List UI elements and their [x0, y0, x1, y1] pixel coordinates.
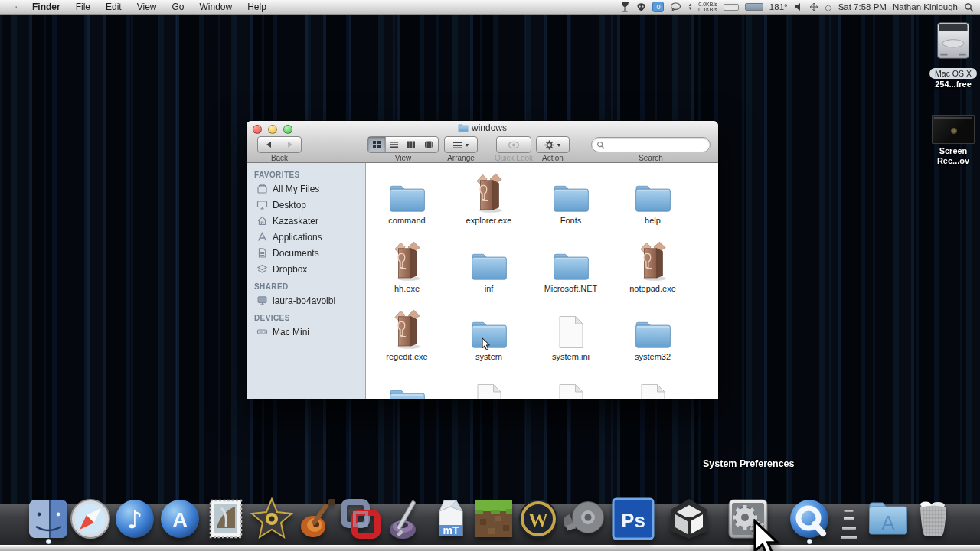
arrange-button[interactable]: ▼ [444, 136, 478, 153]
apple-menu[interactable] [8, 1, 24, 13]
file-hh-exe[interactable]: hh.exe [366, 240, 448, 308]
chat-bubble-icon[interactable] [670, 2, 681, 11]
sidebar-item-shared-computer[interactable]: laura-bo4avolbl [247, 292, 365, 308]
desktop-icon-macosx-drive[interactable]: Mac OS X 254...free [928, 20, 978, 90]
action-label: Action [527, 154, 579, 162]
dock-finder[interactable] [27, 497, 70, 540]
dock-mail[interactable] [204, 497, 247, 540]
view-icons-button[interactable] [368, 137, 386, 152]
window-header[interactable]: windows Back [247, 121, 718, 163]
file-notepad-exe[interactable]: notepad.exe [612, 240, 694, 308]
network-speed[interactable]: 0.0KB/s 0.1KB/s [698, 2, 717, 12]
menu-help[interactable]: Help [240, 0, 274, 15]
menu-file[interactable]: File [68, 0, 98, 15]
menu-view[interactable]: View [129, 0, 165, 15]
dock-itunes[interactable]: ♪ [113, 497, 156, 540]
app-store-icon: A [158, 497, 201, 540]
file-inf[interactable]: inf [448, 240, 530, 308]
file-command[interactable]: command [366, 171, 448, 240]
sidebar-item-home[interactable]: Kazaskater [247, 213, 365, 229]
spotlight-search-icon[interactable] [964, 2, 974, 12]
sidebar-item-desktop[interactable]: Desktop [247, 197, 365, 213]
sidebar-item-all-my-files[interactable]: All My Files [247, 181, 365, 197]
desktop-icon [256, 199, 268, 210]
dock-imovie[interactable] [250, 497, 293, 540]
file-regedit-exe[interactable]: regedit.exe [366, 308, 448, 376]
sidebar-item-documents[interactable]: Documents [247, 245, 365, 261]
memory-meter-icon[interactable] [745, 3, 763, 11]
quick-look-button[interactable] [496, 136, 531, 153]
dock-quicktime[interactable] [788, 497, 831, 540]
menu-go[interactable]: Go [165, 0, 192, 15]
fast-user-switch[interactable]: Nathan Kinlough [893, 2, 958, 11]
sidebar-header-devices: DEVICES [254, 314, 365, 322]
battery-icon[interactable] [724, 4, 739, 11]
action-button[interactable]: ▼ [536, 136, 570, 153]
view-control[interactable] [368, 136, 439, 153]
dock-system-preferences[interactable] [727, 497, 769, 540]
arrange-label: Arrange [436, 154, 485, 162]
dock-shelf-edge [0, 545, 980, 551]
dock-world-of-warcraft[interactable]: W [517, 497, 560, 540]
view-columns-button[interactable] [403, 137, 421, 152]
dock-pages[interactable] [384, 497, 427, 540]
menubar-clock[interactable]: Sat 7:58 PM [838, 2, 887, 11]
desktop-icon-screen-recording[interactable]: Screen Rec...ov [928, 115, 978, 166]
menu-finder[interactable]: Finder [24, 0, 68, 15]
svg-text:♪: ♪ [127, 505, 142, 534]
menu-bar: Finder File Edit View Go Window Help 0 ▲… [0, 0, 980, 15]
arrange-icon [452, 141, 462, 149]
counter-badge[interactable]: 0 [652, 2, 664, 12]
view-coverflow-button[interactable] [420, 137, 438, 152]
back-button[interactable] [258, 138, 279, 152]
dock-applications-folder[interactable]: A [867, 497, 910, 540]
mask-status-icon[interactable] [636, 2, 646, 12]
movie-thumbnail-icon [932, 115, 975, 144]
file-explorer-exe[interactable]: explorer.exe [448, 171, 530, 240]
temperature-readout[interactable]: 181° [769, 2, 788, 11]
file-partial-folder[interactable] [366, 376, 448, 399]
updown-arrows-icon[interactable]: ▲▼ [688, 3, 692, 11]
sidebar-item-dropbox[interactable]: Dropbox [247, 261, 365, 277]
dock-steam[interactable] [562, 497, 605, 540]
search-input[interactable] [591, 137, 710, 152]
file-system32[interactable]: system32 [612, 308, 694, 376]
coverflow-view-icon [424, 140, 434, 149]
dock-app-store[interactable]: A [158, 497, 201, 540]
dock-unity[interactable] [668, 497, 710, 540]
volume-icon[interactable] [794, 2, 803, 11]
dock-minecraft[interactable] [472, 497, 515, 540]
menu-window[interactable]: Window [192, 0, 240, 15]
dock-safari[interactable] [69, 497, 112, 540]
dock-trash[interactable] [913, 497, 956, 540]
folder-icon [552, 251, 590, 282]
net-down: 0.1KB/s [698, 7, 717, 12]
move-crosshair-icon[interactable] [809, 2, 818, 11]
file-partial-doc[interactable] [530, 376, 612, 399]
menu-edit[interactable]: Edit [98, 0, 129, 15]
folder-mini-icon [458, 123, 469, 132]
dock-garageband[interactable] [296, 497, 339, 540]
file-help[interactable]: help [612, 171, 694, 240]
wine-exe-icon [637, 240, 669, 282]
dock-photoshop[interactable]: Ps [612, 497, 655, 540]
sidebar-item-applications[interactable]: Applications [247, 229, 365, 245]
svg-text:A: A [172, 508, 188, 532]
back-forward-control[interactable] [257, 136, 302, 153]
file-microsoft-net[interactable]: Microsoft.NET [530, 240, 612, 308]
wine-exe-icon [473, 172, 505, 214]
view-list-button[interactable] [386, 137, 403, 152]
spaces-diamond-icon[interactable]: ◇ [825, 2, 832, 13]
file-fonts[interactable]: Fonts [530, 171, 612, 240]
file-system[interactable]: system [448, 308, 530, 376]
sidebar-item-mac-mini[interactable]: Mac Mini [247, 324, 365, 340]
dock-vmware-fusion[interactable] [339, 497, 382, 540]
dock-milk-carton-app[interactable]: mT [429, 497, 472, 540]
all-my-files-icon [256, 183, 268, 194]
file-partial-doc[interactable] [448, 376, 530, 399]
wine-status-icon[interactable] [620, 2, 630, 13]
forward-button[interactable] [279, 138, 301, 152]
file-partial-doc[interactable] [612, 376, 694, 399]
file-system-ini[interactable]: system.ini [530, 308, 612, 376]
svg-text:Ps: Ps [621, 509, 645, 532]
